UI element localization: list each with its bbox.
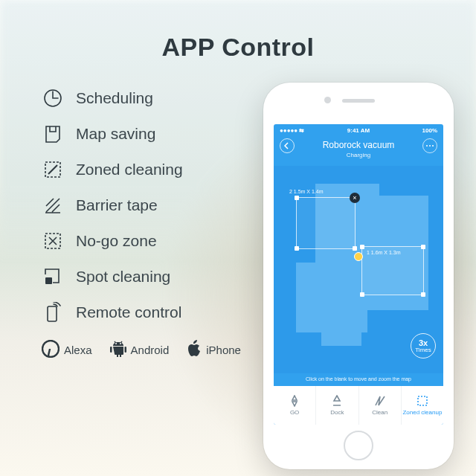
feature-label: Spot cleaning [76, 268, 170, 286]
svg-rect-4 [48, 306, 57, 321]
phone-mockup: ●●●●● ⇆ 9:41 AM 100% Roborock vacuum Cha… [263, 83, 454, 469]
tab-dock[interactable]: Dock [316, 386, 358, 425]
more-button[interactable] [422, 138, 437, 153]
feature-label: Scheduling [76, 89, 153, 107]
status-battery: 100% [422, 127, 437, 134]
feature-label: Zoned cleaning [76, 161, 183, 178]
zone-label: 1 1.6m X 1.3m [367, 250, 401, 255]
feature-barrier-tape: Barrier tape [42, 194, 241, 216]
compat-iphone: iPhone [187, 340, 241, 360]
map-area[interactable]: 2 1.5m X 1.4m × 1 1.6m X 1.3m 3xTimes [274, 166, 443, 373]
tab-go[interactable]: GO [274, 386, 316, 425]
zone-2[interactable]: 1 1.6m X 1.3m [361, 246, 424, 295]
edit-square-icon [42, 158, 64, 181]
feature-spot-cleaning: Spot cleaning [42, 266, 241, 288]
alexa-icon [42, 340, 60, 360]
clock-icon [42, 87, 64, 109]
feature-label: Barrier tape [76, 196, 158, 214]
feature-label: Map saving [76, 125, 155, 143]
status-time: 9:41 AM [347, 127, 370, 134]
feature-scheduling: Scheduling [42, 87, 241, 109]
feature-label: No-go zone [76, 232, 157, 250]
svg-point-6 [115, 343, 117, 344]
device-name: Roborock vacuum [274, 140, 443, 150]
feature-list: Scheduling Map saving Zoned cleaning Bar… [42, 83, 241, 469]
compat-label: Android [131, 344, 170, 356]
apple-icon [187, 340, 202, 360]
feature-map-saving: Map saving [42, 123, 241, 145]
times-button[interactable]: 3xTimes [411, 333, 436, 358]
compat-label: Alexa [64, 344, 92, 356]
svg-rect-10 [418, 396, 427, 405]
remote-icon [42, 301, 64, 324]
bottom-tabs: GO Dock Clean Zoned cleanup [274, 386, 443, 425]
android-icon [110, 340, 126, 360]
zone-1[interactable]: 2 1.5m X 1.4m × [296, 197, 356, 249]
compat-alexa: Alexa [42, 340, 92, 360]
svg-point-7 [120, 343, 121, 344]
tab-zoned-cleanup[interactable]: Zoned cleanup [402, 386, 443, 425]
svg-rect-9 [124, 347, 126, 353]
feature-zoned-cleaning: Zoned cleaning [42, 158, 241, 181]
device-status: Charging [274, 152, 443, 158]
spot-icon [42, 266, 64, 288]
tab-clean[interactable]: Clean [359, 386, 402, 425]
svg-rect-8 [110, 347, 112, 353]
save-icon [42, 123, 64, 145]
compat-row: Alexa Android iPhone [42, 340, 241, 360]
map-hint: Click on the blank to move and zoom the … [274, 373, 443, 386]
compat-android: Android [110, 340, 170, 360]
zone-label: 2 1.5m X 1.4m [289, 189, 324, 194]
feature-remote-control: Remote control [42, 301, 241, 324]
feature-label: Remote control [76, 303, 181, 321]
close-icon[interactable]: × [350, 193, 360, 203]
hatch-icon [42, 194, 64, 216]
app-screen: ●●●●● ⇆ 9:41 AM 100% Roborock vacuum Cha… [274, 124, 443, 425]
status-carrier: ●●●●● ⇆ [280, 127, 304, 134]
back-button[interactable] [280, 138, 295, 153]
title-bar: Roborock vacuum Charging [274, 135, 443, 166]
x-square-icon [42, 230, 64, 252]
status-bar: ●●●●● ⇆ 9:41 AM 100% [274, 124, 443, 135]
compat-label: iPhone [206, 344, 241, 356]
home-button[interactable] [344, 431, 373, 460]
page-title: APP Control [0, 0, 476, 62]
svg-rect-3 [45, 277, 52, 284]
feature-no-go-zone: No-go zone [42, 230, 241, 252]
robot-location-icon [354, 252, 363, 261]
